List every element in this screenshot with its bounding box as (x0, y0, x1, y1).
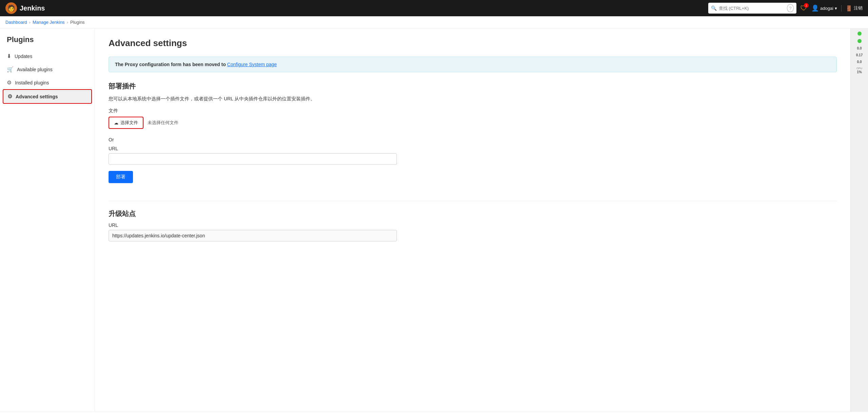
download-icon: ⬇ (7, 53, 11, 59)
status-dot-green-2 (857, 39, 862, 43)
configure-system-link[interactable]: Configure System page (227, 62, 277, 67)
breadcrumb: Dashboard › Manage Jenkins › Plugins (0, 16, 868, 28)
sidebar-advanced-label: Advanced settings (16, 94, 58, 99)
page-title: Advanced settings (109, 38, 837, 48)
sidebar-available-label: Available plugins (17, 67, 53, 72)
main-content: Advanced settings The Proxy configuratio… (95, 28, 850, 412)
breadcrumb-sep-2: › (67, 20, 68, 25)
choose-file-button[interactable]: ☁ 选择文件 (109, 117, 143, 129)
sidebar: Plugins ⬇ Updates 🛒 Available plugins ⚙ … (0, 28, 95, 412)
sidebar-title: Plugins (0, 35, 95, 50)
deploy-description: 您可以从本地系统中选择一个插件文件，或者提供一个 URL 从中央插件仓库以外的位… (109, 95, 837, 102)
upgrade-title: 升级站点 (109, 209, 837, 218)
url-label: URL (109, 146, 837, 151)
jenkins-logo[interactable]: 🧑 Jenkins (5, 2, 45, 14)
monitor-dot-2 (857, 38, 862, 45)
breadcrumb-dashboard[interactable]: Dashboard (5, 20, 27, 25)
username-label: adogai (820, 6, 833, 11)
monitor-cpu: CPU 1% (856, 66, 862, 75)
proxy-info-box: The Proxy configuration form has been mo… (109, 57, 837, 72)
jenkins-title: Jenkins (20, 4, 45, 12)
sidebar-item-updates[interactable]: ⬇ Updates (0, 50, 95, 63)
footer: ©2001 @Jenkins @relogo (0, 412, 868, 413)
jenkins-icon: 🧑 (5, 2, 17, 14)
help-icon[interactable]: ? (787, 4, 794, 12)
file-label: 文件 (109, 108, 837, 114)
deploy-title: 部署插件 (109, 82, 837, 91)
logout-button[interactable]: 🚪 注销 (841, 5, 863, 12)
status-dot-green-1 (857, 32, 862, 36)
choose-file-label: 选择文件 (120, 120, 138, 126)
logout-label: 注销 (854, 5, 863, 11)
cart-icon: 🛒 (7, 66, 14, 73)
file-row: ☁ 选择文件 未选择任何文件 (109, 117, 837, 129)
logout-icon: 🚪 (846, 5, 852, 12)
security-icon[interactable]: 🛡 1 (801, 4, 807, 12)
monitor-load-3: 0.0 (857, 59, 862, 65)
user-avatar-icon: 👤 (811, 4, 819, 12)
sidebar-item-advanced[interactable]: ⚙ Advanced settings (3, 89, 92, 104)
sidebar-installed-label: Installed plugins (15, 80, 49, 85)
upgrade-url-label: URL (109, 222, 837, 228)
security-badge: 1 (804, 3, 809, 8)
user-menu[interactable]: 👤 adogai ▾ (811, 4, 837, 12)
sidebar-updates-label: Updates (15, 54, 32, 59)
monitor-panel: 0.0 0.17 0.0 CPU 1% (850, 28, 868, 412)
no-file-text: 未选择任何文件 (148, 120, 178, 126)
search-input[interactable] (719, 6, 785, 11)
section-divider (109, 201, 837, 201)
deploy-url-input[interactable] (109, 153, 397, 165)
sidebar-item-installed[interactable]: ⚙ Installed plugins (0, 76, 95, 89)
upgrade-section: 升级站点 URL (109, 209, 837, 241)
search-box: 🔍 ? (708, 3, 796, 14)
gear-settings-icon: ⚙ (7, 93, 12, 100)
breadcrumb-sep-1: › (29, 20, 31, 25)
monitor-dot-1 (857, 31, 862, 37)
header: 🧑 Jenkins 🔍 ? 🛡 1 👤 adogai ▾ 🚪 注销 (0, 0, 868, 16)
user-chevron-icon: ▾ (835, 6, 837, 11)
search-icon: 🔍 (711, 5, 717, 11)
info-box-text: The Proxy configuration form has been mo… (115, 62, 227, 67)
gear-icon: ⚙ (7, 79, 12, 86)
upgrade-url-input[interactable] (109, 230, 397, 241)
deploy-button[interactable]: 部署 (109, 171, 133, 183)
monitor-load-2: 0.17 (856, 52, 863, 58)
sidebar-item-available[interactable]: 🛒 Available plugins (0, 63, 95, 76)
monitor-load-1: 0.0 (857, 45, 862, 52)
page-body: Plugins ⬇ Updates 🛒 Available plugins ⚙ … (0, 28, 868, 412)
deploy-section: 部署插件 您可以从本地系统中选择一个插件文件，或者提供一个 URL 从中央插件仓… (109, 82, 837, 194)
breadcrumb-plugins: Plugins (70, 20, 85, 25)
upload-icon: ☁ (114, 120, 118, 125)
breadcrumb-manage-jenkins[interactable]: Manage Jenkins (33, 20, 65, 25)
or-text: Or (109, 137, 837, 142)
